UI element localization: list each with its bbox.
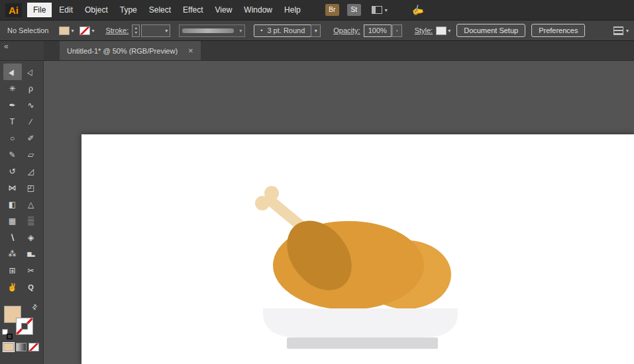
style-panel-link[interactable]: Style: — [415, 26, 433, 34]
line-segment-tool[interactable]: ∕ — [22, 113, 40, 130]
free-transform-tool-icon: ◰ — [27, 183, 34, 193]
menu-select[interactable]: Select — [143, 3, 177, 17]
toolbar-collapse-button[interactable]: « — [0, 41, 44, 60]
canvas[interactable] — [44, 61, 634, 364]
brush-dot-icon: • — [260, 27, 262, 34]
slice-tool[interactable]: ✂ — [22, 262, 40, 279]
paint-mode-buttons — [3, 343, 39, 351]
fill-stroke-widget: ⇄ — [4, 306, 41, 343]
stroke-color-dropdown[interactable]: ▾ — [79, 26, 94, 35]
menu-edit[interactable]: Edit — [53, 3, 79, 17]
stroke-weight-stepper[interactable]: ▴ ▾ — [132, 24, 140, 37]
free-transform-tool[interactable]: ◰ — [22, 179, 40, 196]
swap-fill-stroke-icon[interactable]: ⇄ — [30, 302, 39, 312]
curvature-tool[interactable]: ∿ — [22, 97, 40, 113]
selection-status: No Selection — [7, 26, 48, 34]
chevron-down-icon: ▾ — [91, 28, 94, 34]
menu-effect[interactable]: Effect — [177, 3, 209, 17]
eyedropper-tool-icon: ∖ — [10, 233, 15, 242]
gradient-tool[interactable]: ▒ — [22, 212, 40, 229]
direct-selection-tool[interactable]: ▷ — [22, 64, 40, 80]
plate-base-shape[interactable] — [287, 338, 438, 349]
stroke-indicator-hole — [21, 323, 28, 330]
control-bar: No Selection ▾ ▾ Stroke: ▴ ▾ ▾ ▾ • 3 pt.… — [0, 20, 634, 41]
bridge-button[interactable]: Br — [325, 4, 339, 16]
pen-tool-icon: ✒ — [9, 101, 15, 110]
align-dropdown[interactable]: ▾ — [613, 26, 629, 35]
bone-knob-left-shape[interactable] — [255, 196, 270, 210]
document-tab-title: Untitled-1* @ 50% (RGB/Preview) — [67, 47, 178, 55]
plate-shape[interactable] — [263, 308, 458, 338]
artboard[interactable] — [81, 134, 634, 364]
rotate-tool[interactable]: ↺ — [3, 163, 22, 179]
ellipse-tool[interactable]: ○ — [3, 130, 22, 146]
default-fill-stroke-icon[interactable] — [2, 329, 13, 340]
opacity-panel-link[interactable]: Opacity: — [333, 26, 360, 34]
menu-file[interactable]: File — [27, 3, 52, 17]
blend-tool[interactable]: ◈ — [22, 229, 40, 246]
color-mode-button[interactable] — [3, 343, 14, 351]
scale-tool-icon: ◿ — [28, 167, 34, 176]
magic-wand-tool-icon: ✳ — [9, 84, 15, 93]
menu-object[interactable]: Object — [79, 3, 114, 17]
lasso-tool-icon: ρ — [28, 84, 33, 93]
menu-type[interactable]: Type — [114, 3, 143, 17]
selection-tool[interactable]: ▶ — [3, 64, 22, 80]
fill-color-dropdown[interactable]: ▾ — [59, 26, 74, 35]
shape-builder-tool[interactable]: ◧ — [3, 196, 22, 212]
workspace-switcher[interactable]: ▾ — [372, 6, 388, 14]
column-graph-tool-icon: ▆▂ — [27, 251, 34, 257]
stroke-indicator[interactable] — [16, 318, 33, 335]
width-tool-icon: ⋈ — [9, 183, 17, 193]
stroke-weight-dropdown[interactable]: ▾ — [141, 24, 170, 37]
preferences-button[interactable]: Preferences — [531, 24, 585, 37]
gradient-mode-button[interactable] — [16, 343, 26, 351]
pencil-tool[interactable]: ✎ — [3, 146, 22, 163]
spinner-up-icon[interactable]: ▴ — [135, 26, 137, 30]
spinner-down-icon[interactable]: ▾ — [135, 30, 137, 35]
symbol-sprayer-tool[interactable]: ⁂ — [3, 246, 22, 262]
menu-view[interactable]: View — [209, 3, 238, 17]
workspace-icon — [372, 6, 382, 14]
magic-wand-tool[interactable]: ✳ — [3, 80, 22, 97]
chevron-down-icon: ▾ — [71, 28, 74, 34]
chevron-down-icon: ▾ — [448, 28, 450, 34]
opacity-input[interactable]: 100% — [364, 24, 392, 37]
paintbrush-tool-icon: ✐ — [27, 134, 34, 143]
illustrator-logo[interactable]: Ai — [5, 3, 22, 17]
brush-definition-value: 3 pt. Round — [267, 26, 305, 34]
selection-tool-icon: ▶ — [7, 68, 17, 77]
pen-tool[interactable]: ✒ — [3, 97, 22, 113]
brush-definition-dropdown[interactable]: • 3 pt. Round — [254, 24, 311, 37]
hand-tool[interactable]: ✌ — [3, 279, 22, 295]
type-tool[interactable]: T — [3, 113, 22, 130]
perspective-grid-tool-icon: △ — [28, 200, 34, 209]
perspective-grid-tool[interactable]: △ — [22, 196, 40, 212]
eraser-tool[interactable]: ▱ — [22, 146, 40, 163]
eyedropper-tool[interactable]: ∖ — [3, 229, 22, 246]
stock-button[interactable]: St — [347, 4, 361, 16]
none-mode-button[interactable] — [28, 343, 39, 351]
mesh-tool[interactable]: ▦ — [3, 212, 22, 229]
brush-dropdown-arrow[interactable]: ▾ — [311, 24, 321, 37]
lasso-tool[interactable]: ρ — [22, 80, 40, 97]
stroke-panel-link[interactable]: Stroke: — [105, 26, 129, 34]
paintbrush-tool[interactable]: ✐ — [22, 130, 40, 146]
width-tool[interactable]: ⋈ — [3, 179, 22, 196]
document-tab[interactable]: Untitled-1* @ 50% (RGB/Preview) × — [60, 41, 201, 60]
menu-help[interactable]: Help — [278, 3, 307, 17]
width-profile-dropdown[interactable]: ▾ — [179, 24, 245, 37]
opacity-dropdown-arrow[interactable]: › — [392, 24, 402, 37]
style-dropdown[interactable]: ▾ — [436, 26, 450, 35]
style-swatch — [436, 26, 447, 35]
column-graph-tool[interactable]: ▆▂ — [22, 246, 40, 262]
zoom-tool[interactable]: Q — [22, 279, 40, 295]
document-setup-button[interactable]: Document Setup — [456, 24, 525, 37]
menu-window[interactable]: Window — [238, 3, 278, 17]
close-tab-icon[interactable]: × — [188, 46, 193, 56]
share-hand-icon[interactable]: ✍ — [410, 3, 425, 17]
scale-tool[interactable]: ◿ — [22, 163, 40, 179]
artboard-tool[interactable]: ⊞ — [3, 262, 22, 279]
tools-panel: ▶ ▷ ✳ ρ ✒ ∿ T ∕ ○ ✐ ✎ ▱ ↺ ◿ ⋈ ◰ ◧ △ ▦ ▒ … — [0, 61, 44, 364]
turkey-illustration — [81, 134, 634, 364]
